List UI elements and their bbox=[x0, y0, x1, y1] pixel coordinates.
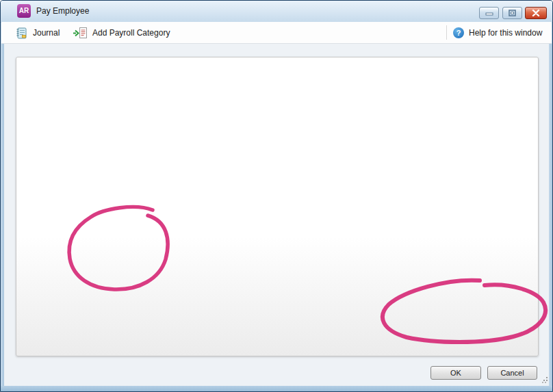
cancel-button[interactable]: Cancel bbox=[487, 366, 537, 380]
resize-grip[interactable] bbox=[541, 376, 548, 384]
title-bar[interactable]: AR Pay Employee bbox=[1, 1, 552, 23]
close-icon bbox=[532, 10, 540, 16]
toolbar-separator bbox=[446, 25, 447, 40]
window-frame-right bbox=[549, 22, 552, 391]
journal-icon bbox=[15, 27, 28, 40]
journal-button[interactable]: Journal bbox=[12, 25, 62, 41]
journal-label: Journal bbox=[33, 28, 60, 38]
window-frame-left bbox=[1, 22, 4, 391]
help-button[interactable]: ? Help for this window bbox=[450, 25, 545, 41]
help-icon: ? bbox=[453, 27, 464, 38]
help-label: Help for this window bbox=[469, 28, 542, 38]
minimize-icon bbox=[485, 10, 493, 16]
add-payroll-category-label: Add Payroll Category bbox=[92, 28, 170, 38]
close-button[interactable] bbox=[525, 7, 547, 19]
toolbar: Journal Add Payroll Category ? Help for … bbox=[1, 22, 552, 44]
maximize-button[interactable] bbox=[502, 7, 522, 19]
window-frame-bottom bbox=[1, 386, 552, 391]
accountright-logo-icon: AR bbox=[17, 4, 31, 18]
add-payroll-category-button[interactable]: Add Payroll Category bbox=[70, 25, 172, 41]
maximize-icon bbox=[509, 10, 516, 16]
add-payroll-category-icon bbox=[73, 27, 88, 40]
window-title: Pay Employee bbox=[36, 6, 89, 16]
ok-button[interactable]: OK bbox=[430, 366, 481, 380]
main-panel bbox=[16, 57, 539, 356]
pay-employee-window: AR Pay Employee Journal bbox=[0, 0, 553, 392]
minimize-button[interactable] bbox=[479, 7, 499, 19]
